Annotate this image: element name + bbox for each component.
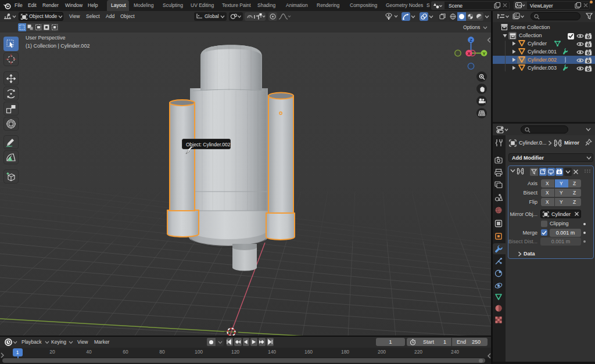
svg-text:Z: Z <box>469 38 472 43</box>
svg-text:X: X <box>467 51 470 56</box>
svg-text:Y: Y <box>482 51 485 56</box>
